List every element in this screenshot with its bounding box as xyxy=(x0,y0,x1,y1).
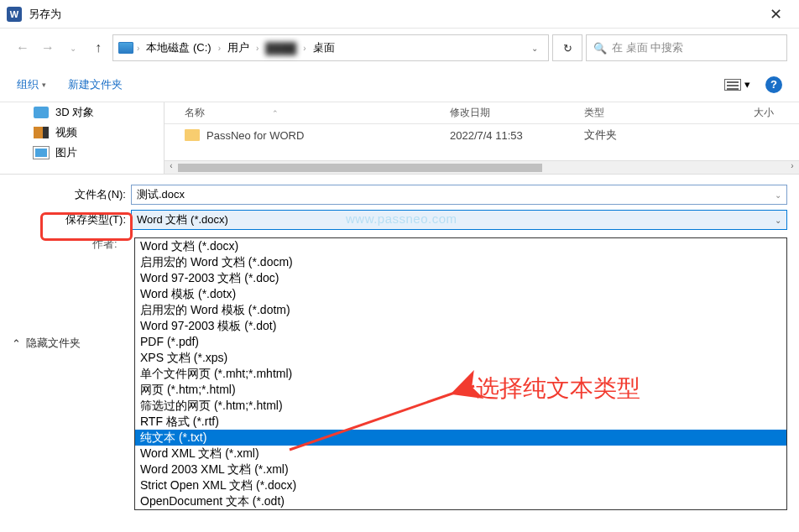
filetype-option[interactable]: 网页 (*.htm;*.html) xyxy=(135,382,786,398)
chevron-down-icon: ▾ xyxy=(744,78,750,91)
close-button[interactable]: ✕ xyxy=(759,5,792,23)
sidebar-item-3d[interactable]: 3D 对象 xyxy=(0,102,164,123)
dropdown-arrow-icon: ⌄ xyxy=(775,216,781,225)
organize-button[interactable]: 组织▾ xyxy=(17,77,46,92)
explorer-body: 3D 对象 视频 图片 名称⌃ 修改日期 类型 大小 PassNeo for W… xyxy=(0,102,799,175)
filetype-option[interactable]: OpenDocument 文本 (*.odt) xyxy=(135,493,786,509)
scroll-left-icon[interactable]: ‹ xyxy=(164,161,178,174)
drive-icon xyxy=(118,42,133,54)
refresh-button[interactable]: ↻ xyxy=(552,34,582,61)
chevron-right-icon: › xyxy=(303,44,306,53)
breadcrumb-drive[interactable]: 本地磁盘 (C:) xyxy=(143,39,214,57)
chevron-right-icon: › xyxy=(218,44,221,53)
filetype-option[interactable]: Word 模板 (*.dotx) xyxy=(135,286,786,302)
filetype-option[interactable]: Word XML 文档 (*.xml) xyxy=(135,446,786,462)
filetype-option[interactable]: XPS 文档 (*.xps) xyxy=(135,350,786,366)
filetype-option[interactable]: 纯文本 (*.txt) xyxy=(135,430,786,446)
column-size[interactable]: 大小 xyxy=(685,106,799,120)
window-title: 另存为 xyxy=(29,7,759,22)
breadcrumb-user-blurred[interactable]: ████ xyxy=(262,40,300,56)
search-input[interactable]: 🔍 在 桌面 中搜索 xyxy=(586,34,787,61)
folder-icon xyxy=(185,129,200,141)
sidebar-item-label: 视频 xyxy=(55,125,77,140)
filetype-option[interactable]: Strict Open XML 文档 (*.docx) xyxy=(135,477,786,493)
annotation-highlight-box xyxy=(40,212,133,241)
forward-button[interactable]: → xyxy=(37,37,59,59)
file-date: 2022/7/4 11:53 xyxy=(450,129,584,142)
3d-objects-icon xyxy=(34,107,49,118)
sidebar-item-pictures[interactable]: 图片 xyxy=(0,143,164,163)
savetype-dropdown-list[interactable]: Word 文档 (*.docx)启用宏的 Word 文档 (*.docm)Wor… xyxy=(134,237,787,510)
hide-folders-toggle[interactable]: ⌃ 隐藏文件夹 xyxy=(12,336,81,351)
back-button[interactable]: ← xyxy=(12,37,34,59)
videos-icon xyxy=(34,127,49,138)
chevron-right-icon: › xyxy=(256,44,258,53)
filetype-option[interactable]: RTF 格式 (*.rtf) xyxy=(135,414,786,430)
pictures-icon xyxy=(34,147,49,159)
filetype-option[interactable]: Word 97-2003 文档 (*.doc) xyxy=(135,270,786,286)
new-folder-button[interactable]: 新建文件夹 xyxy=(68,77,123,92)
file-list-header: 名称⌃ 修改日期 类型 大小 xyxy=(164,102,799,124)
view-list-icon xyxy=(724,79,741,91)
filetype-option[interactable]: 单个文件网页 (*.mht;*.mhtml) xyxy=(135,366,786,382)
sidebar-item-videos[interactable]: 视频 xyxy=(0,123,164,143)
filetype-option[interactable]: Word 97-2003 模板 (*.dot) xyxy=(135,318,786,334)
breadcrumb[interactable]: › 本地磁盘 (C:) › 用户 › ████ › 桌面 ⌄ xyxy=(112,34,549,61)
view-mode-button[interactable]: ▾ xyxy=(724,78,750,91)
filetype-option[interactable]: 启用宏的 Word 文档 (*.docm) xyxy=(135,254,786,270)
sidebar-item-label: 图片 xyxy=(55,145,77,160)
sort-indicator-icon: ⌃ xyxy=(272,109,279,117)
breadcrumb-desktop[interactable]: 桌面 xyxy=(310,39,338,57)
chevron-up-icon: ⌃ xyxy=(12,337,21,350)
filetype-option[interactable]: PDF (*.pdf) xyxy=(135,334,786,350)
chevron-right-icon: › xyxy=(137,44,139,53)
column-type[interactable]: 类型 xyxy=(584,106,685,120)
filename-input[interactable]: 测试.docx ⌄ xyxy=(131,185,787,205)
filetype-option[interactable]: Word 2003 XML 文档 (*.xml) xyxy=(135,462,786,477)
dropdown-arrow-icon[interactable]: ⌄ xyxy=(775,190,781,200)
toolbar: 组织▾ 新建文件夹 ▾ ? xyxy=(0,67,799,102)
sidebar: 3D 对象 视频 图片 xyxy=(0,102,164,174)
filename-label: 文件名(N): xyxy=(0,187,131,202)
filetype-option[interactable]: Word 文档 (*.docx) xyxy=(135,238,786,254)
search-placeholder: 在 桌面 中搜索 xyxy=(612,40,683,55)
file-list: 名称⌃ 修改日期 类型 大小 PassNeo for WORD 2022/7/4… xyxy=(164,102,799,174)
help-button[interactable]: ? xyxy=(765,76,782,93)
filetype-option[interactable]: 筛选过的网页 (*.htm;*.html) xyxy=(135,398,786,414)
up-button[interactable]: ↑ xyxy=(87,37,109,59)
navigation-bar: ← → ⌄ ↑ › 本地磁盘 (C:) › 用户 › ████ › 桌面 ⌄ ↻… xyxy=(0,29,799,67)
annotation-text: 选择纯文本类型 xyxy=(476,373,640,404)
search-icon: 🔍 xyxy=(593,42,607,55)
breadcrumb-dropdown-icon[interactable]: ⌄ xyxy=(526,44,543,53)
file-name: PassNeo for WORD xyxy=(206,129,450,142)
chevron-down-icon: ▾ xyxy=(42,81,46,89)
sidebar-item-label: 3D 对象 xyxy=(55,105,94,120)
title-bar: W 另存为 ✕ xyxy=(0,0,799,29)
column-name[interactable]: 名称⌃ xyxy=(164,106,450,120)
word-app-icon: W xyxy=(7,7,22,22)
file-row[interactable]: PassNeo for WORD 2022/7/4 11:53 文件夹 xyxy=(164,124,799,146)
breadcrumb-users[interactable]: 用户 xyxy=(224,39,253,57)
column-date[interactable]: 修改日期 xyxy=(450,106,584,120)
recent-dropdown[interactable]: ⌄ xyxy=(62,37,84,59)
watermark-text: www.passneo.com xyxy=(346,211,457,226)
horizontal-scrollbar[interactable]: ‹ › xyxy=(164,160,799,174)
savetype-select[interactable]: Word 文档 (*.docx) ⌄ xyxy=(131,210,787,230)
scroll-right-icon[interactable]: › xyxy=(786,161,799,174)
filetype-option[interactable]: 启用宏的 Word 模板 (*.dotm) xyxy=(135,302,786,318)
file-type: 文件夹 xyxy=(584,128,685,143)
